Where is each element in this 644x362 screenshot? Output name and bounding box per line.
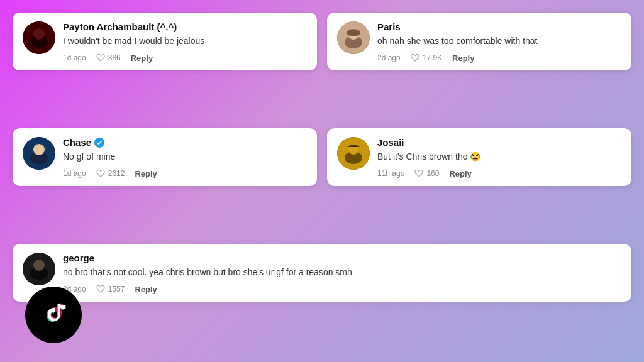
reply-button-george[interactable]: Reply [135, 285, 157, 294]
heart-icon [96, 53, 105, 62]
heart-icon [96, 285, 105, 293]
likes-count-paris: 17.9K [423, 53, 442, 62]
reply-button-chase[interactable]: Reply [135, 169, 157, 178]
comment-card-george: georgeno bro that's not cool. yea chris … [13, 244, 631, 302]
comment-body-payton: Payton Archambault (^.^)I wouldn't be ma… [63, 21, 307, 63]
avatar-paris [337, 21, 370, 54]
username-payton: Payton Archambault (^.^) [63, 21, 307, 32]
verified-badge [94, 138, 104, 148]
reply-button-payton[interactable]: Reply [131, 53, 153, 63]
heart-icon [411, 53, 419, 62]
comment-card-payton: Payton Archambault (^.^)I wouldn't be ma… [13, 13, 317, 70]
avatar-josaii [337, 137, 370, 170]
likes-count-george: 1557 [108, 285, 125, 293]
comment-meta-george: 2d ago 1557Reply [63, 285, 621, 294]
likes-count-chase: 2612 [108, 169, 125, 178]
reply-button-paris[interactable]: Reply [452, 53, 474, 63]
comment-text-payton: I wouldn't be mad I would be jealous [63, 35, 307, 48]
tiktok-logo [25, 287, 82, 343]
comment-time-payton: 1d ago [63, 53, 86, 62]
comment-meta-payton: 1d ago 386Reply [63, 53, 307, 63]
comment-meta-josaii: 11h ago 160Reply [377, 169, 621, 178]
comment-body-chase: ChaseNo gf of mine1d ago 2612Reply [63, 137, 307, 178]
likes-count-josaii: 160 [426, 169, 439, 178]
heart-icon [96, 169, 105, 178]
avatar-george [23, 253, 55, 285]
comment-body-george: georgeno bro that's not cool. yea chris … [63, 253, 621, 294]
comment-meta-paris: 2d ago 17.9KReply [377, 53, 621, 63]
comment-likes-george: 1557 [96, 285, 125, 293]
comment-card-josaii: JosaiiBut it's Chris brown tho 😂11h ago … [327, 128, 631, 186]
username-josaii: Josaii [377, 137, 621, 148]
comment-likes-paris: 17.9K [411, 53, 442, 62]
svg-point-15 [33, 260, 45, 271]
comments-grid: Payton Archambault (^.^)I wouldn't be ma… [0, 0, 644, 362]
reply-button-josaii[interactable]: Reply [449, 169, 471, 178]
comment-likes-josaii: 160 [414, 169, 439, 178]
svg-point-9 [33, 144, 45, 155]
comment-time-paris: 2d ago [377, 53, 401, 62]
avatar-chase [23, 137, 55, 170]
comment-body-paris: Parisoh nah she was too comfortable with… [377, 21, 621, 63]
username-chase: Chase [63, 137, 307, 148]
comment-likes-chase: 2612 [96, 169, 125, 178]
comment-card-paris: Parisoh nah she was too comfortable with… [327, 13, 631, 70]
comment-time-josaii: 11h ago [377, 169, 404, 178]
username-paris: Paris [377, 21, 621, 32]
avatar-payton [23, 21, 55, 54]
comment-text-paris: oh nah she was too comfortable with that [377, 35, 621, 48]
username-george: george [63, 253, 621, 263]
comment-text-chase: No gf of mine [63, 151, 307, 163]
svg-point-6 [347, 29, 360, 36]
heart-icon [414, 169, 423, 178]
comment-text-josaii: But it's Chris brown tho 😂 [377, 151, 621, 163]
comment-body-josaii: JosaiiBut it's Chris brown tho 😂11h ago … [377, 137, 621, 178]
comment-text-george: no bro that's not cool. yea chris brown … [63, 266, 621, 279]
comment-meta-chase: 1d ago 2612Reply [63, 169, 307, 178]
comment-time-chase: 1d ago [63, 169, 86, 178]
likes-count-payton: 386 [108, 53, 121, 62]
comment-likes-payton: 386 [96, 53, 121, 62]
svg-point-2 [33, 28, 45, 40]
comment-card-chase: ChaseNo gf of mine1d ago 2612Reply [13, 128, 317, 186]
